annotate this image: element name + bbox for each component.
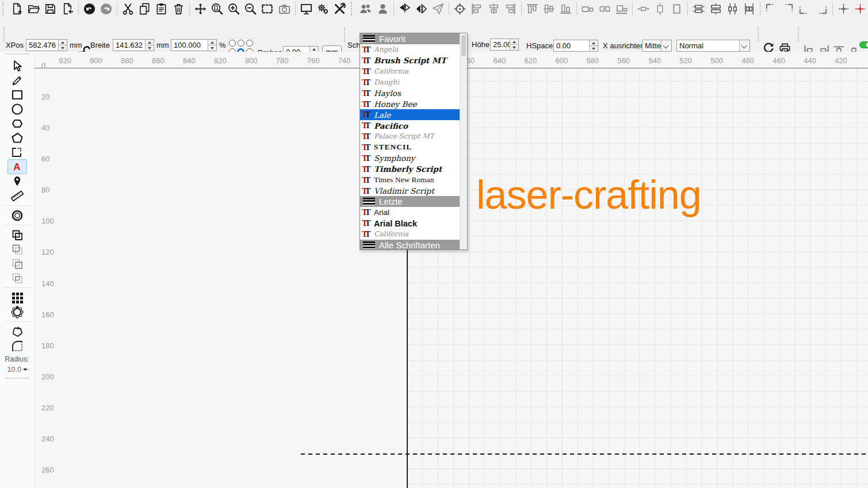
font-hoehe-spinner[interactable] [510,39,518,50]
pin-pair-alt-button[interactable] [741,1,757,17]
font-list-item[interactable]: TTHoney Bee [360,98,460,109]
chevron-down-icon[interactable] [661,40,671,51]
xpos-spinner[interactable] [58,40,67,51]
text-tool[interactable]: A [7,159,27,174]
font-list-item[interactable]: TTLale [360,109,460,120]
font-list-item[interactable]: TTBrush Script MT [360,55,460,66]
circular-array-tool[interactable] [7,305,27,319]
mirror-horizontal-button[interactable] [414,1,429,17]
flip-vertical-button[interactable] [397,1,412,17]
draw-pen-tool[interactable] [7,73,27,87]
position-crosshair-red-button[interactable] [852,1,868,17]
export-file-button[interactable] [60,1,75,17]
tools-wrench-button[interactable] [332,1,347,17]
scale-x-field[interactable]: 100.000 [171,39,217,51]
chevron-down-icon[interactable] [739,40,750,51]
settings-gears-button[interactable] [315,1,331,17]
space-vertical-button[interactable] [708,1,724,17]
align-bottom-button[interactable] [558,1,573,17]
rectangle-tool[interactable] [7,87,27,102]
breite-field[interactable]: 141.632 [113,39,154,51]
scale-x-spinner[interactable] [208,40,216,51]
toolbar-grip[interactable] [798,28,801,41]
hexagon-tool[interactable] [7,116,27,130]
align-top-button[interactable] [525,1,540,17]
screen-preview-button[interactable] [299,1,314,17]
pin-pair-button[interactable] [725,1,740,17]
zoom-page-button[interactable] [209,1,225,17]
corner-top-left-button[interactable] [763,1,779,17]
equal-height-button[interactable] [597,1,613,17]
position-crosshair-button[interactable] [836,1,851,17]
node-edit-tool[interactable] [7,145,27,159]
weld-exclude-tool[interactable] [7,271,27,285]
font-list-item[interactable]: TTTimes New Roman [360,175,460,186]
toolbar-grip[interactable] [351,2,354,16]
toolbar-grip[interactable] [344,28,347,41]
font-list-item[interactable]: TTVladimir Script [360,185,460,196]
font-group-header[interactable]: Favorit [360,33,460,44]
zoom-selection-button[interactable] [259,1,275,17]
save-button[interactable] [43,1,58,17]
grid-array-tool[interactable] [7,290,27,305]
font-list-item[interactable]: TTPacifico [360,120,460,131]
scale-box-button[interactable] [652,1,668,17]
font-list-item[interactable]: TTDanghi [360,77,460,88]
font-list-item[interactable]: TTTimberly Script [360,164,460,175]
polygon-tool[interactable] [7,130,27,145]
toolbar-grip[interactable] [758,28,761,41]
anchor-top-center[interactable] [238,40,244,47]
font-list-item[interactable]: TTArial [360,207,460,218]
sidebar-grip[interactable] [5,53,29,57]
font-list-item[interactable]: TTCalifornia [360,229,460,240]
pin-tool[interactable] [7,174,27,189]
xpos-field[interactable]: 582.476 [26,39,67,51]
sidebar-grip[interactable] [6,378,29,381]
equal-size-button[interactable] [614,1,629,17]
font-list-item[interactable]: TTSTENCIL [360,142,460,153]
equal-width-button[interactable] [580,1,595,17]
zoom-in-button[interactable] [226,1,242,17]
delete-button[interactable] [171,1,186,17]
select-tool[interactable] [7,59,27,73]
open-file-button[interactable] [26,1,41,17]
align-middle-button[interactable] [541,1,557,17]
right-panel-toggle-1[interactable] [859,41,868,48]
toolbar-grip[interactable] [3,28,7,41]
undo-button[interactable] [82,1,97,17]
anchor-top-left[interactable] [229,40,236,47]
weld-intersect-tool[interactable] [7,256,27,271]
ring-tool[interactable] [7,208,27,222]
user-group-button[interactable] [358,1,373,17]
move-tool-button[interactable] [193,1,208,17]
outline-box-button[interactable] [669,1,685,17]
scrollbar-thumb[interactable] [461,35,466,56]
font-list-item[interactable]: TTSymphony [360,153,460,164]
ellipse-tool[interactable] [7,102,27,116]
font-group-header[interactable]: Alle Schriftarten [360,240,460,249]
radius-spinner[interactable] [21,369,29,370]
hspace-field[interactable]: 0.00 [553,40,598,52]
anchor-top-right[interactable] [246,40,253,47]
cut-button[interactable] [120,1,136,17]
corner-bottom-left-button[interactable] [797,1,812,17]
font-group-header[interactable]: Letzte [360,196,460,207]
distribute-box-button[interactable] [636,1,651,17]
center-target-button[interactable] [452,1,468,17]
weld-union-tool[interactable] [7,228,27,242]
align-left-button[interactable] [469,1,484,17]
zoom-out-button[interactable] [243,1,258,17]
breite-spinner[interactable] [145,40,154,51]
font-list-item[interactable]: TTAngela [360,44,460,55]
toolbar-grip[interactable] [2,2,6,16]
camera-button[interactable] [277,1,292,17]
close-path-tool[interactable] [7,324,27,339]
measure-tool[interactable] [7,189,27,203]
dropdown-scrollbar[interactable] [460,33,467,249]
radius-field[interactable]: 10.0 [5,364,29,374]
new-document-button[interactable] [9,1,25,17]
corner-top-right-button[interactable] [780,1,796,17]
canvas-text-object[interactable]: laser-crafting [476,172,701,218]
font-list-item[interactable]: TTCalifornia [360,66,460,77]
copy-button[interactable] [137,1,152,17]
